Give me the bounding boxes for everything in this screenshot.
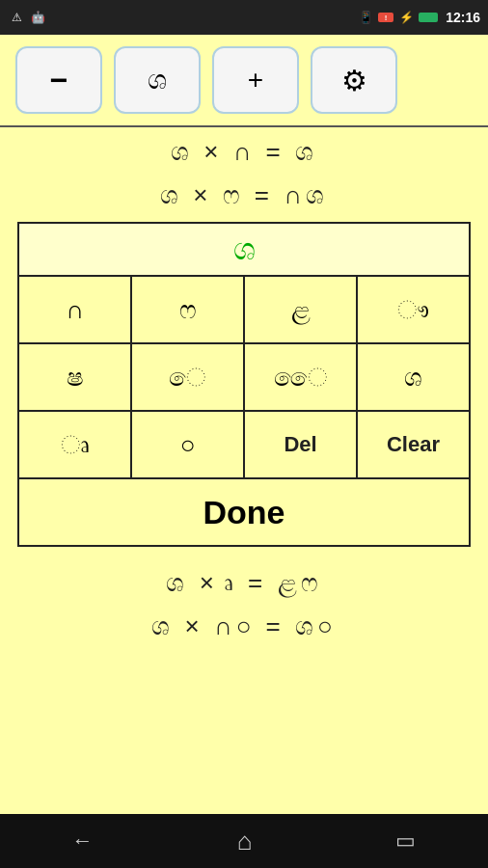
clear-button[interactable]: Clear xyxy=(358,412,469,477)
clock: 12:16 xyxy=(446,10,480,25)
equation-1: ශ × ∩ = ශ xyxy=(171,127,317,171)
display-value: ශ xyxy=(233,231,256,267)
status-right-icons: 📱 ! ⚡ 12:16 xyxy=(357,9,480,26)
gear-icon: ⚙ xyxy=(341,64,367,97)
done-button[interactable]: Done xyxy=(19,479,469,545)
display-row: ශ xyxy=(19,224,469,277)
key-2-3[interactable]: ෛ xyxy=(245,344,358,410)
battery-red-icon: ! xyxy=(378,13,393,22)
key-1-4[interactable]: ෟ xyxy=(358,277,469,342)
minus-button[interactable]: − xyxy=(15,46,102,114)
sim-icon: 📱 xyxy=(357,9,374,26)
keypad-row-3: ෘ ○ Del Clear xyxy=(19,412,469,479)
keypad-row-2: ෂ ෙ ෛ ශ xyxy=(19,344,469,412)
back-button[interactable]: ← xyxy=(72,828,94,854)
keypad-row-1: ∩ ෆ ළ ෟ xyxy=(19,277,469,344)
toolbar: − ශ + ⚙ xyxy=(0,35,488,125)
key-1-3[interactable]: ළ xyxy=(245,277,358,342)
home-button[interactable]: ⌂ xyxy=(237,827,253,856)
nav-bar: ← ⌂ ▭ xyxy=(0,814,488,868)
equation-4: ශ × ∩○ = ශ○ xyxy=(151,602,336,645)
equation-2: ශ × ෆ = ∩ශ xyxy=(160,171,328,214)
key-1-2[interactable]: ෆ xyxy=(132,277,245,342)
key-2-2[interactable]: ෙ xyxy=(132,344,245,410)
sinhala-button[interactable]: ශ xyxy=(114,46,201,114)
equation-3: ශ × ෘ = ළෆ xyxy=(166,558,321,602)
warning-icon: ⚠ xyxy=(8,9,25,26)
key-2-4[interactable]: ශ xyxy=(358,344,469,410)
battery-green-icon xyxy=(419,13,438,22)
charge-icon: ⚡ xyxy=(397,9,415,26)
status-left-icons: ⚠ 🤖 xyxy=(8,9,46,26)
plus-button[interactable]: + xyxy=(212,46,299,114)
del-button[interactable]: Del xyxy=(245,412,358,477)
android-icon: 🤖 xyxy=(29,9,46,26)
key-3-2[interactable]: ○ xyxy=(132,412,245,477)
status-bar: ⚠ 🤖 📱 ! ⚡ 12:16 xyxy=(0,0,488,35)
keypad: ශ ∩ ෆ ළ ෟ ෂ ෙ ෛ ශ ෘ ○ Del Clear Done xyxy=(17,222,471,547)
key-2-1[interactable]: ෂ xyxy=(19,344,132,410)
key-1-1[interactable]: ∩ xyxy=(19,277,132,342)
recent-button[interactable]: ▭ xyxy=(395,828,416,854)
key-3-1[interactable]: ෘ xyxy=(19,412,132,477)
main-content: − ශ + ⚙ ශ × ∩ = ශ ශ × ෆ = ∩ශ ශ ∩ ෆ ළ ෟ xyxy=(0,35,488,814)
settings-button[interactable]: ⚙ xyxy=(311,46,397,114)
